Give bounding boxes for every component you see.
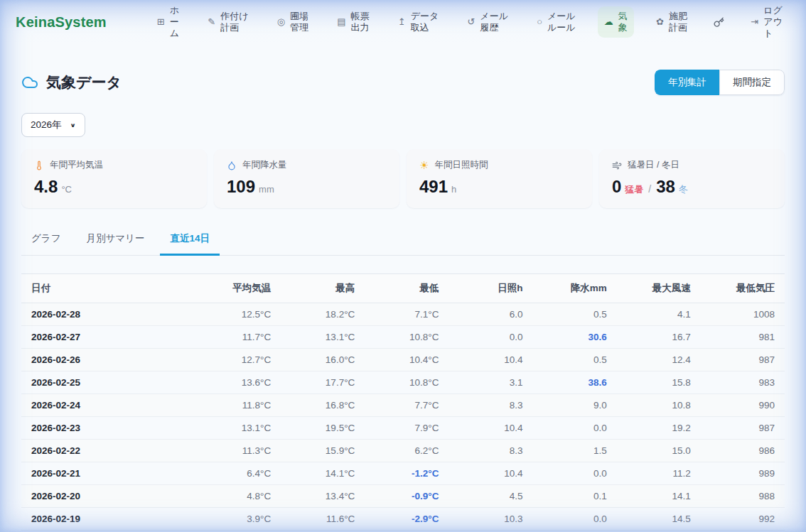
tab-last-14-days[interactable]: 直近14日 [160,225,220,256]
cell-rain: 38.6 [533,371,617,394]
cell-avg: 11.3°C [197,440,281,462]
cell-rain: 0.5 [533,349,617,371]
cell-pressure: 989 [701,462,785,485]
card-value: 4.8 [34,177,58,197]
year-select-value: 2026年 [31,119,62,131]
cell-date: 2026-02-25 [21,371,197,394]
cell-pressure: 987 [701,417,785,440]
cell-pressure: 992 [701,508,785,531]
cell-date: 2026-02-28 [21,303,197,326]
cell-max: 17.7°C [281,371,365,394]
page-header: 気象データ 年別集計 期間指定 [21,70,785,95]
table-row: 2026-02-2812.5°C18.2°C7.1°C6.00.54.11008 [21,303,785,326]
col-date: 日付 [21,274,197,303]
cell-wind: 15.8 [617,371,701,394]
cell-date: 2026-02-26 [21,349,197,371]
document-icon: ▤ [337,16,345,28]
password-key-button[interactable] [709,13,729,32]
nav-item-fertilization-plan[interactable]: ✿ 施肥 計画 [650,6,694,38]
nav-item-label: メール ルール [547,11,576,34]
main-content: 気象データ 年別集計 期間指定 2026年 ∨ 年間平均気温 4.8 °C [0,70,806,531]
cell-sun: 10.4 [448,462,532,485]
card-unit: h [451,184,456,195]
nav-item-home[interactable]: ⊞ ホ ー ム [151,1,186,44]
plant-icon: ✿ [656,16,664,28]
cell-min: 10.8°C [365,326,448,349]
table-row: 2026-02-2411.8°C16.8°C7.7°C8.39.010.8990 [21,394,785,417]
nav-item-field-management[interactable]: ◎ 圃場 管理 [271,6,315,38]
col-max-temp: 最高 [281,274,365,303]
cell-rain: 0.0 [533,462,617,485]
card-value: 109 [227,177,255,197]
nav-item-mail-history[interactable]: ↺ メール 履歴 [461,6,515,38]
nav-item-logout[interactable]: ⇥ ログ アウ ト [744,1,789,44]
cell-pressure: 990 [701,394,785,417]
cell-date: 2026-02-20 [21,485,197,508]
year-select[interactable]: 2026年 ∨ [21,113,85,137]
table-row: 2026-02-216.4°C14.1°C-1.2°C10.40.011.298… [21,462,785,485]
col-min-pressure: 最低気圧 [701,274,785,303]
cell-date: 2026-02-24 [21,394,197,417]
nav-item-data-import[interactable]: ↥ データ 取込 [392,6,446,38]
card-unit: °C [61,184,72,195]
sun-icon: ☀ [419,160,429,170]
card-unit: mm [259,184,274,195]
bell-icon: ○ [537,16,542,28]
hot-days-value: 0 [612,177,621,197]
cell-min: 7.7°C [365,394,448,417]
tab-graph[interactable]: グラフ [21,225,70,256]
card-label: 猛暑日 / 冬日 [628,159,679,171]
weather-table: 日付 平均気温 最高 最低 日照h 降水mm 最大風速 最低気圧 2026-02… [21,273,785,531]
weather-table-container: 日付 平均気温 最高 最低 日照h 降水mm 最大風速 最低気圧 2026-02… [21,273,785,531]
cell-min: 10.8°C [365,371,448,394]
cell-max: 13.4°C [281,485,365,508]
cell-rain: 9.0 [533,394,617,417]
cell-avg: 13.1°C [197,417,281,440]
history-icon: ↺ [467,16,475,28]
cold-days-value: 38 [656,177,675,197]
cell-sun: 10.4 [448,349,532,371]
cell-sun: 8.3 [448,440,532,462]
cell-pressure: 983 [701,371,785,394]
cell-wind: 11.2 [617,462,701,485]
cell-max: 14.1°C [281,462,365,485]
cell-avg: 3.9°C [197,508,281,531]
table-header-row: 日付 平均気温 最高 最低 日照h 降水mm 最大風速 最低気圧 [21,274,785,303]
page-title-group: 気象データ [21,72,122,92]
cell-pressure: 981 [701,326,785,349]
yearly-summary-button[interactable]: 年別集計 [655,70,719,95]
nav-item-weather[interactable]: ☁ 気 象 [598,6,634,38]
cell-avg: 11.7°C [197,326,281,349]
cell-date: 2026-02-19 [21,508,197,531]
nav-item-planting-plan[interactable]: ✎ 作付け 計画 [201,6,254,38]
cell-wind: 16.7 [617,326,701,349]
cell-wind: 14.1 [617,485,701,508]
cell-sun: 0.0 [448,326,532,349]
cell-wind: 4.1 [617,303,701,326]
cell-min: 7.1°C [365,303,448,326]
stat-cards: 年間平均気温 4.8 °C 年間降水量 109 mm ☀ 年間日照時間 [21,149,785,208]
cell-rain: 1.5 [533,440,617,462]
cell-date: 2026-02-27 [21,326,197,349]
top-navigation: KeinaSystem ⊞ ホ ー ム ✎ 作付け 計画 ◎ 圃場 管理 ▤ 帳… [0,0,806,44]
col-sunshine: 日照h [448,274,532,303]
table-row: 2026-02-2313.1°C19.5°C7.9°C10.40.019.298… [21,417,785,440]
tab-monthly-summary[interactable]: 月別サマリー [76,225,154,256]
nav-item-report-output[interactable]: ▤ 帳票 出力 [331,6,375,38]
map-pin-icon: ◎ [277,16,285,28]
nav-item-label: 気 象 [618,11,628,34]
cell-avg: 6.4°C [197,462,281,485]
cell-min: 10.4°C [365,349,448,371]
section-tabs: グラフ 月別サマリー 直近14日 [21,225,785,256]
period-select-button[interactable]: 期間指定 [719,70,785,95]
home-icon: ⊞ [157,16,165,28]
cell-date: 2026-02-23 [21,417,197,440]
upload-icon: ↥ [398,16,406,28]
nav-item-label: ホ ー ム [170,5,179,40]
nav-item-mail-rules[interactable]: ○ メール ルール [530,6,581,38]
cell-max: 18.2°C [281,303,365,326]
cell-max: 13.1°C [281,326,365,349]
table-row: 2026-02-2711.7°C13.1°C10.8°C0.030.616.79… [21,326,785,349]
card-annual-sunshine: ☀ 年間日照時間 491 h [407,149,592,208]
weather-cloud-icon [21,74,38,91]
